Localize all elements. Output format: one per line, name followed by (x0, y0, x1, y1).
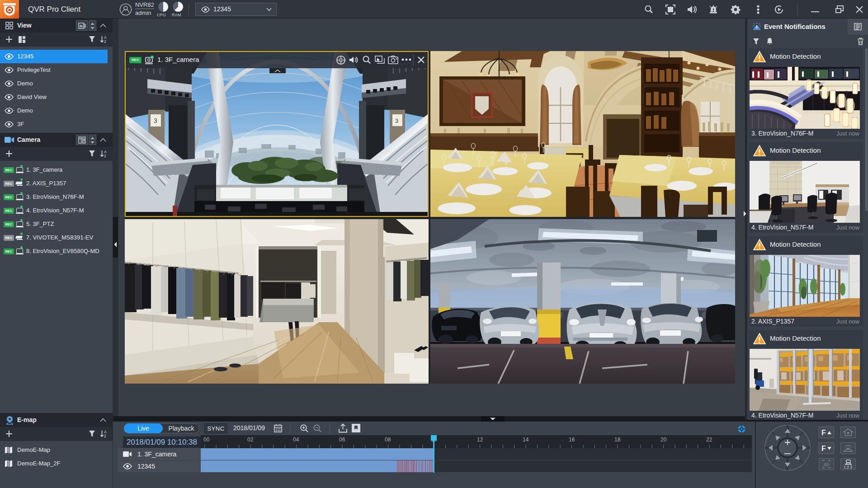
svg-text:3: 3 (395, 117, 398, 124)
svg-text:F: F (821, 429, 826, 436)
svg-text:1 2 3: 1 2 3 (844, 465, 852, 469)
svg-text:2: 2 (104, 434, 106, 438)
svg-text:2: 2 (104, 154, 106, 158)
svg-text:2: 2 (104, 39, 106, 43)
svg-text:F: F (821, 445, 826, 452)
svg-text:AF: AF (824, 462, 830, 467)
svg-text:3: 3 (154, 117, 157, 124)
svg-text:N: N (80, 24, 83, 28)
